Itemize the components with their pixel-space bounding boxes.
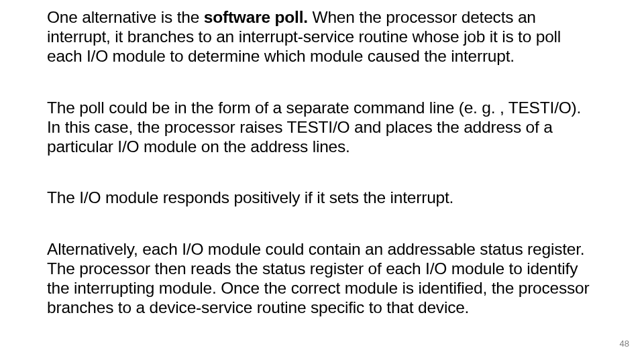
paragraph-4: Alternatively, each I/O module could con…	[47, 240, 597, 318]
slide-content: One alternative is the software poll. Wh…	[0, 0, 644, 362]
page-number: 48	[620, 339, 629, 349]
bold-term: software poll.	[204, 8, 308, 26]
text-run: One alternative is the	[47, 8, 204, 26]
paragraph-1: One alternative is the software poll. Wh…	[47, 8, 597, 66]
paragraph-2: The poll could be in the form of a separ…	[47, 99, 597, 157]
paragraph-3: The I/O module responds positively if it…	[47, 188, 597, 208]
